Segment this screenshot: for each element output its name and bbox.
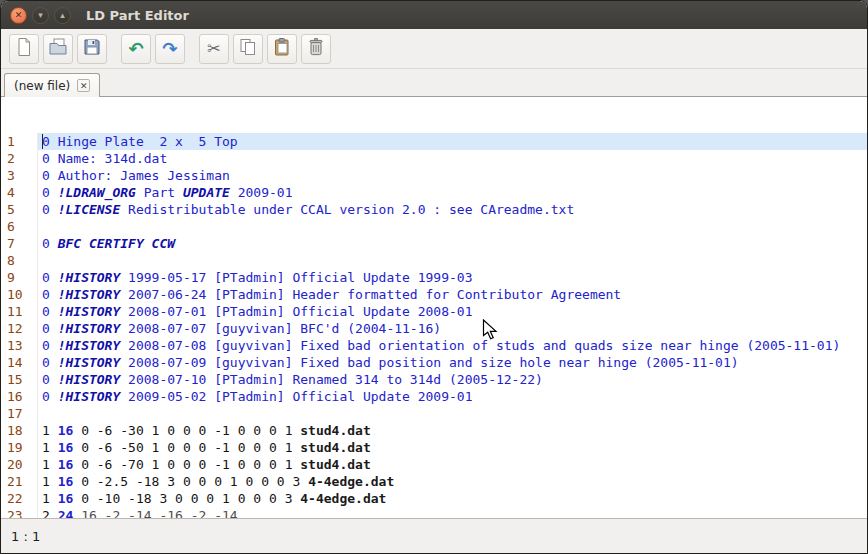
editor-line[interactable]: 10 Hinge Plate 2 x 5 Top: [1, 133, 867, 150]
editor-line[interactable]: 120 !HISTORY 2008-07-07 [guyvivan] BFC'd…: [1, 320, 867, 337]
line-number: 2: [1, 150, 38, 167]
titlebar[interactable]: ✕ ▾ ▴ LD Part Editor: [1, 1, 867, 29]
code-text: 0 !HISTORY 2007-06-24 [PTadmin] Header f…: [38, 286, 867, 303]
line-number: 5: [1, 201, 38, 218]
code-text: 1 16 0 -6 -50 1 0 0 0 -1 0 0 0 1 stud4.d…: [38, 439, 867, 456]
code-text: 0 !HISTORY 2008-07-09 [guyvivan] Fixed b…: [38, 354, 867, 371]
line-number: 11: [1, 303, 38, 320]
line-number: 1: [1, 133, 38, 150]
close-button[interactable]: ✕: [10, 7, 27, 24]
line-number: 7: [1, 235, 38, 252]
line-number: 3: [1, 167, 38, 184]
line-number: 12: [1, 320, 38, 337]
toolbar: ↶ ↷ ✂: [1, 29, 867, 69]
code-text: 0 !LICENSE Redistributable under CCAL ve…: [38, 201, 867, 218]
code-text: [38, 252, 867, 269]
line-number: 19: [1, 439, 38, 456]
close-icon: ✕: [15, 11, 23, 20]
code-text: 0 Name: 314d.dat: [38, 150, 867, 167]
open-file-icon: [48, 37, 68, 60]
tab-bar: (new file) ✕: [1, 69, 867, 97]
code-text: 0 !HISTORY 2008-07-08 [guyvivan] Fixed b…: [38, 337, 867, 354]
editor-line[interactable]: 30 Author: James Jessiman: [1, 167, 867, 184]
trash-icon: [306, 37, 326, 60]
editor-lines: 10 Hinge Plate 2 x 5 Top20 Name: 314d.da…: [1, 133, 867, 518]
undo-redo-group: ↶ ↷: [121, 34, 185, 64]
code-text: 0 !HISTORY 2008-07-07 [guyvivan] BFC'd (…: [38, 320, 867, 337]
new-file-button[interactable]: [9, 34, 39, 64]
code-text: 0 !HISTORY 2009-05-02 [PTadmin] Official…: [38, 388, 867, 405]
maximize-icon: ▴: [60, 11, 65, 20]
code-text: [38, 405, 867, 422]
line-number: 14: [1, 354, 38, 371]
editor-line[interactable]: 211 16 0 -2.5 -18 3 0 0 0 1 0 0 0 3 4-4e…: [1, 473, 867, 490]
file-button-group: [9, 34, 107, 64]
minimize-icon: ▾: [38, 11, 43, 20]
editor-line[interactable]: 110 !HISTORY 2008-07-01 [PTadmin] Offici…: [1, 303, 867, 320]
code-text: 0 !HISTORY 1999-05-17 [PTadmin] Official…: [38, 269, 867, 286]
tab-close-icon: ✕: [80, 81, 88, 91]
editor-line[interactable]: 181 16 0 -6 -30 1 0 0 0 -1 0 0 0 1 stud4…: [1, 422, 867, 439]
app-window: ✕ ▾ ▴ LD Part Editor ↶ ↷: [0, 0, 868, 554]
caret-position: 1 : 1: [11, 529, 40, 544]
editor-line[interactable]: 140 !HISTORY 2008-07-09 [guyvivan] Fixed…: [1, 354, 867, 371]
editor-line[interactable]: 100 !HISTORY 2007-06-24 [PTadmin] Header…: [1, 286, 867, 303]
editor-line[interactable]: 90 !HISTORY 1999-05-17 [PTadmin] Officia…: [1, 269, 867, 286]
cut-button[interactable]: ✂: [199, 34, 229, 64]
code-text: 0 !LDRAW_ORG Part UPDATE 2009-01: [38, 184, 867, 201]
editor-line[interactable]: 130 !HISTORY 2008-07-08 [guyvivan] Fixed…: [1, 337, 867, 354]
code-text: 1 16 0 -10 -18 3 0 0 0 1 0 0 0 3 4-4edge…: [38, 490, 867, 507]
window-title: LD Part Editor: [86, 8, 189, 23]
tab-close-button[interactable]: ✕: [77, 79, 90, 92]
code-text: 0 BFC CERTIFY CCW: [38, 235, 867, 252]
copy-button[interactable]: [233, 34, 263, 64]
code-editor[interactable]: 10 Hinge Plate 2 x 5 Top20 Name: 314d.da…: [1, 97, 867, 518]
code-text: 0 Author: James Jessiman: [38, 167, 867, 184]
editor-line[interactable]: 160 !HISTORY 2009-05-02 [PTadmin] Offici…: [1, 388, 867, 405]
copy-icon: [238, 37, 258, 60]
undo-icon: ↶: [128, 40, 143, 58]
editor-line[interactable]: 20 Name: 314d.dat: [1, 150, 867, 167]
line-number: 21: [1, 473, 38, 490]
code-text: 1 16 0 -2.5 -18 3 0 0 0 1 0 0 0 3 4-4edg…: [38, 473, 867, 490]
code-text: 1 16 0 -6 -30 1 0 0 0 -1 0 0 0 1 stud4.d…: [38, 422, 867, 439]
line-number: 17: [1, 405, 38, 422]
tab-label: (new file): [14, 79, 70, 93]
editor-line[interactable]: 221 16 0 -10 -18 3 0 0 0 1 0 0 0 3 4-4ed…: [1, 490, 867, 507]
editor-line[interactable]: 201 16 0 -6 -70 1 0 0 0 -1 0 0 0 1 stud4…: [1, 456, 867, 473]
undo-button[interactable]: ↶: [121, 34, 151, 64]
editor-line[interactable]: 40 !LDRAW_ORG Part UPDATE 2009-01: [1, 184, 867, 201]
editor-line[interactable]: 8: [1, 252, 867, 269]
editor-line[interactable]: 232 24 16 -2 -14 -16 -2 -14: [1, 507, 867, 518]
line-number: 20: [1, 456, 38, 473]
line-number: 6: [1, 218, 38, 235]
line-number: 4: [1, 184, 38, 201]
editor-line[interactable]: 50 !LICENSE Redistributable under CCAL v…: [1, 201, 867, 218]
editor-line[interactable]: 191 16 0 -6 -50 1 0 0 0 -1 0 0 0 1 stud4…: [1, 439, 867, 456]
paste-icon: [272, 37, 292, 60]
code-text: [38, 218, 867, 235]
clipboard-group: ✂: [199, 34, 331, 64]
line-number: 9: [1, 269, 38, 286]
maximize-button[interactable]: ▴: [54, 7, 71, 24]
delete-button[interactable]: [301, 34, 331, 64]
line-number: 15: [1, 371, 38, 388]
cut-icon: ✂: [207, 41, 220, 57]
editor-line[interactable]: 70 BFC CERTIFY CCW: [1, 235, 867, 252]
paste-button[interactable]: [267, 34, 297, 64]
redo-button[interactable]: ↷: [155, 34, 185, 64]
editor-line[interactable]: 6: [1, 218, 867, 235]
code-text: 0 !HISTORY 2008-07-10 [PTadmin] Renamed …: [38, 371, 867, 388]
minimize-button[interactable]: ▾: [32, 7, 49, 24]
line-number: 18: [1, 422, 38, 439]
editor-line[interactable]: 17: [1, 405, 867, 422]
save-button[interactable]: [77, 34, 107, 64]
editor-line[interactable]: 150 !HISTORY 2008-07-10 [PTadmin] Rename…: [1, 371, 867, 388]
code-text: 0 !HISTORY 2008-07-01 [PTadmin] Official…: [38, 303, 867, 320]
tab-new-file[interactable]: (new file) ✕: [4, 73, 100, 97]
open-file-button[interactable]: [43, 34, 73, 64]
line-number: 13: [1, 337, 38, 354]
text-caret: [42, 134, 43, 149]
line-number: 23: [1, 507, 38, 518]
line-number: 22: [1, 490, 38, 507]
